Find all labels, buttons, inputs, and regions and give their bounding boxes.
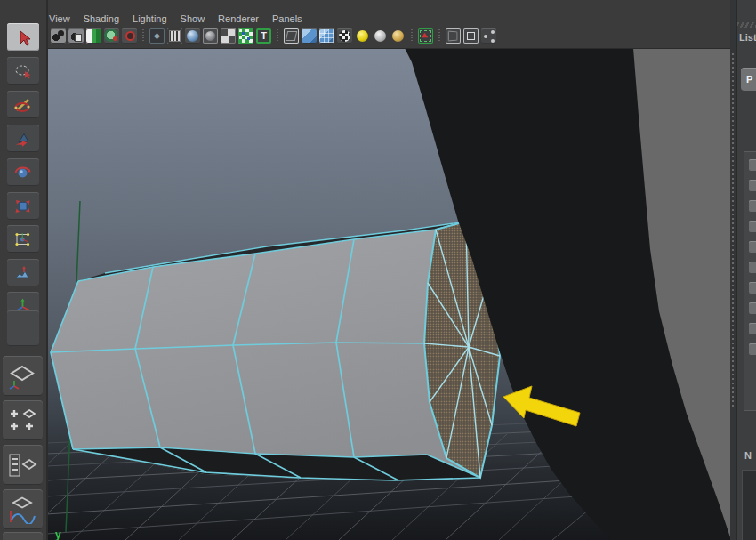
side-toolbar-button[interactable] [749, 282, 756, 294]
four-pane-layout-icon [7, 407, 39, 435]
toolbar-separator [438, 29, 440, 43]
xray-cube-icon[interactable] [446, 28, 461, 44]
rotate-tool-icon [12, 164, 34, 181]
panel-menu-bar: ViewShadingLightingShowRendererPanels [49, 12, 302, 26]
drag-dots-icon [732, 53, 734, 409]
persp-outliner-layout-button[interactable] [3, 445, 43, 485]
side-toolbar-button[interactable] [749, 221, 756, 232]
last-tool-used[interactable] [7, 310, 39, 346]
smooth-shade-cube-icon[interactable] [302, 28, 317, 44]
select-tool-icon [12, 28, 34, 46]
side-toolbar-button[interactable] [749, 302, 756, 314]
panel-top-bar: ViewShadingLightingShowRendererPanels [0, 0, 731, 49]
menu-view[interactable]: View [49, 13, 70, 24]
film-gate-icon[interactable] [167, 28, 182, 44]
soft-modification-tool[interactable] [7, 259, 39, 286]
toolbar-separator [277, 29, 278, 43]
no-lighting-icon[interactable] [390, 28, 406, 44]
camera-attributes-icon[interactable] [68, 28, 84, 44]
select-tool[interactable] [7, 23, 39, 51]
scale-tool-icon [12, 197, 34, 215]
wireframe-on-shaded-cube-icon[interactable] [319, 28, 334, 44]
select-camera-icon[interactable] [51, 28, 66, 44]
maya-window: { "top_bar": { "menus": [ {"label": "Vie… [0, 0, 756, 540]
move-tool-icon [12, 130, 34, 148]
single-pane-layout-icon [7, 362, 39, 391]
attribute-editor-panel: List P N [730, 0, 756, 540]
toolbox [0, 0, 48, 540]
move-tool[interactable] [7, 125, 39, 152]
toolbar-separator [142, 29, 144, 43]
side-toolbar-button[interactable] [749, 262, 756, 273]
notes-field[interactable] [742, 470, 756, 540]
joint-xray-icon[interactable] [481, 28, 496, 44]
side-toolbar-button[interactable] [749, 323, 756, 334]
side-toolbar-button[interactable] [749, 180, 756, 191]
paint-selection-tool[interactable] [7, 91, 39, 118]
single-pane-layout-button[interactable] [3, 356, 43, 396]
panel-tab-button[interactable]: P [741, 68, 756, 91]
scale-tool[interactable] [7, 192, 39, 220]
image-plane-icon[interactable] [104, 28, 119, 44]
menu-show[interactable]: Show [181, 13, 205, 24]
persp-graph-layout-icon [7, 496, 39, 524]
camera-frame-icon[interactable] [463, 28, 479, 44]
hypershade-persp-layout-button[interactable] [3, 532, 43, 540]
menu-renderer[interactable]: Renderer [218, 13, 259, 24]
four-pane-layout-button[interactable] [3, 400, 43, 440]
gate-mask-icon[interactable] [221, 28, 236, 44]
universal-manipulator-tool-icon [12, 230, 34, 248]
field-chart-icon[interactable] [238, 28, 253, 44]
notes-section-label: N [744, 450, 752, 461]
persp-graph-layout-button[interactable] [3, 489, 43, 529]
flat-lighting-icon[interactable] [373, 28, 388, 44]
menu-shading[interactable]: Shading [84, 13, 119, 24]
paint-selection-tool-icon [12, 96, 34, 114]
perspective-viewport[interactable]: y [0, 0, 756, 540]
side-toolbar-button[interactable] [749, 241, 756, 253]
shaded-sphere-icon[interactable] [185, 28, 200, 44]
side-toolbar-button[interactable] [749, 159, 756, 171]
soft-modification-tool-icon [12, 264, 34, 282]
side-toolbar-button[interactable] [749, 343, 756, 355]
pan-zoom-icon[interactable] [122, 28, 137, 44]
universal-manipulator-tool[interactable] [7, 225, 39, 253]
menu-lighting[interactable]: Lighting [133, 13, 167, 24]
last-tool-used-icon [12, 319, 34, 337]
panel-toolbar [51, 27, 496, 44]
side-toolbar-button[interactable] [749, 200, 756, 212]
bookmarks-icon[interactable] [86, 28, 101, 44]
panel-grip-icon[interactable] [737, 22, 756, 28]
default-material-icon[interactable] [149, 28, 165, 44]
toolbar-separator [411, 29, 413, 43]
safe-title-icon[interactable] [256, 28, 271, 44]
textured-sphere-icon[interactable] [337, 28, 352, 44]
lasso-select-tool[interactable] [7, 57, 39, 85]
default-lighting-icon[interactable] [355, 28, 370, 44]
resolution-gate-icon[interactable] [203, 28, 218, 44]
panel-resize-handle[interactable] [730, 0, 737, 540]
list-menu[interactable]: List [739, 32, 756, 43]
wireframe-cube-icon[interactable] [284, 28, 299, 44]
side-button-frame [744, 151, 756, 411]
rotate-tool[interactable] [7, 158, 39, 186]
lasso-select-tool-icon [12, 62, 34, 80]
menu-panels[interactable]: Panels [272, 13, 302, 24]
y-axis-label: y [55, 528, 61, 540]
isolate-select-icon[interactable] [418, 28, 433, 44]
persp-outliner-layout-icon [7, 451, 39, 480]
